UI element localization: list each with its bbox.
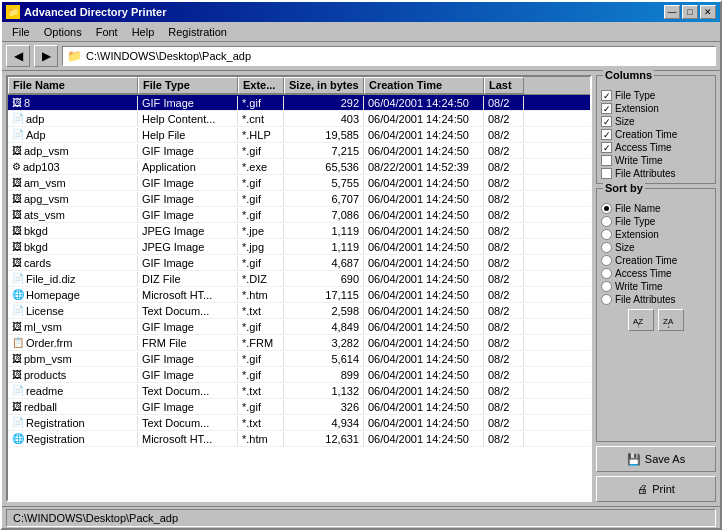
- column-checkbox[interactable]: ✓: [601, 129, 612, 140]
- file-size: 690: [284, 272, 364, 286]
- sort-radio[interactable]: [601, 229, 612, 240]
- column-checkbox[interactable]: ✓: [601, 142, 612, 153]
- file-size: 2,598: [284, 304, 364, 318]
- file-size: 292: [284, 96, 364, 110]
- table-row[interactable]: 🖼 apg_vsm GIF Image *.gif 6,707 06/04/20…: [8, 191, 590, 207]
- col-lastaccess[interactable]: Last: [484, 77, 524, 94]
- col-filename[interactable]: File Name: [8, 77, 138, 94]
- table-row[interactable]: 🖼 pbm_vsm GIF Image *.gif 5,614 06/04/20…: [8, 351, 590, 367]
- column-checkbox-row[interactable]: ✓ Creation Time: [601, 129, 711, 140]
- close-button[interactable]: ✕: [700, 5, 716, 19]
- col-creation[interactable]: Creation Time: [364, 77, 484, 94]
- sort-radio[interactable]: [601, 242, 612, 253]
- table-row[interactable]: 🖼 ats_vsm GIF Image *.gif 7,086 06/04/20…: [8, 207, 590, 223]
- file-list-header: File Name File Type Exte... Size, in byt…: [8, 77, 590, 95]
- sort-radio[interactable]: [601, 294, 612, 305]
- file-type: GIF Image: [138, 256, 238, 270]
- sort-radio-row[interactable]: Write Time: [601, 281, 711, 292]
- sort-radio[interactable]: [601, 203, 612, 214]
- table-row[interactable]: 📄 Adp Help File *.HLP 19,585 06/04/2001 …: [8, 127, 590, 143]
- minimize-button[interactable]: —: [664, 5, 680, 19]
- table-row[interactable]: 📄 License Text Docum... *.txt 2,598 06/0…: [8, 303, 590, 319]
- table-row[interactable]: 🌐 Registration Microsoft HT... *.htm 12,…: [8, 431, 590, 447]
- column-checkbox[interactable]: ✓: [601, 90, 612, 101]
- table-row[interactable]: ⚙ adp103 Application *.exe 65,536 08/22/…: [8, 159, 590, 175]
- app-icon: 📁: [6, 5, 20, 19]
- file-size: 6,707: [284, 192, 364, 206]
- column-checkbox[interactable]: ✓: [601, 103, 612, 114]
- column-checkbox-row[interactable]: File Attributes: [601, 168, 711, 179]
- file-last: 08/2: [484, 352, 524, 366]
- back-button[interactable]: ◀: [6, 45, 30, 67]
- file-ext: *.gif: [238, 144, 284, 158]
- save-as-button[interactable]: 💾 Save As: [596, 446, 716, 472]
- sort-radio[interactable]: [601, 216, 612, 227]
- column-checkbox[interactable]: ✓: [601, 116, 612, 127]
- title-bar: 📁 Advanced Directory Printer — □ ✕: [2, 2, 720, 22]
- menu-registration[interactable]: Registration: [162, 24, 233, 40]
- sort-asc-button[interactable]: AZ↑: [628, 309, 654, 331]
- column-checkbox-row[interactable]: ✓ Access Time: [601, 142, 711, 153]
- menu-help[interactable]: Help: [126, 24, 161, 40]
- menu-file[interactable]: File: [6, 24, 36, 40]
- file-size: 17,115: [284, 288, 364, 302]
- file-name: 8: [24, 97, 30, 109]
- col-extension[interactable]: Exte...: [238, 77, 284, 94]
- file-last: 08/2: [484, 176, 524, 190]
- table-row[interactable]: 📄 Registration Text Docum... *.txt 4,934…: [8, 415, 590, 431]
- sort-radio-label: File Name: [615, 203, 661, 214]
- svg-text:↑: ↑: [637, 322, 641, 329]
- table-row[interactable]: 🖼 am_vsm GIF Image *.gif 5,755 06/04/200…: [8, 175, 590, 191]
- file-created: 06/04/2001 14:24:50: [364, 96, 484, 110]
- table-row[interactable]: 📄 adp Help Content... *.cnt 403 06/04/20…: [8, 111, 590, 127]
- file-size: 403: [284, 112, 364, 126]
- file-list-body[interactable]: 🖼 8 GIF Image *.gif 292 06/04/2001 14:24…: [8, 95, 590, 500]
- forward-button[interactable]: ▶: [34, 45, 58, 67]
- sort-radio-row[interactable]: Creation Time: [601, 255, 711, 266]
- file-size: 19,585: [284, 128, 364, 142]
- sort-radio[interactable]: [601, 281, 612, 292]
- file-type: Text Docum...: [138, 416, 238, 430]
- sort-radio-row[interactable]: File Attributes: [601, 294, 711, 305]
- column-checkbox-row[interactable]: ✓ Extension: [601, 103, 711, 114]
- table-row[interactable]: 🖼 adp_vsm GIF Image *.gif 7,215 06/04/20…: [8, 143, 590, 159]
- column-checkbox-row[interactable]: ✓ File Type: [601, 90, 711, 101]
- table-row[interactable]: 🌐 Homepage Microsoft HT... *.htm 17,115 …: [8, 287, 590, 303]
- table-row[interactable]: 🖼 bkgd JPEG Image *.jpg 1,119 06/04/2001…: [8, 239, 590, 255]
- table-row[interactable]: 🖼 8 GIF Image *.gif 292 06/04/2001 14:24…: [8, 95, 590, 111]
- col-filetype[interactable]: File Type: [138, 77, 238, 94]
- col-size[interactable]: Size, in bytes: [284, 77, 364, 94]
- column-checkbox-row[interactable]: Write Time: [601, 155, 711, 166]
- print-button[interactable]: 🖨 Print: [596, 476, 716, 502]
- column-checkbox-row[interactable]: ✓ Size: [601, 116, 711, 127]
- sort-radio[interactable]: [601, 255, 612, 266]
- sort-radio-row[interactable]: Access Time: [601, 268, 711, 279]
- column-checkbox[interactable]: [601, 155, 612, 166]
- sort-radio[interactable]: [601, 268, 612, 279]
- file-size: 1,119: [284, 240, 364, 254]
- file-last: 08/2: [484, 432, 524, 446]
- file-ext: *.gif: [238, 352, 284, 366]
- sort-radio-row[interactable]: File Name: [601, 203, 711, 214]
- table-row[interactable]: 🖼 bkgd JPEG Image *.jpe 1,119 06/04/2001…: [8, 223, 590, 239]
- file-size: 1,132: [284, 384, 364, 398]
- sort-radio-row[interactable]: File Type: [601, 216, 711, 227]
- maximize-button[interactable]: □: [682, 5, 698, 19]
- sort-desc-button[interactable]: ZA↓: [658, 309, 684, 331]
- table-row[interactable]: 🖼 ml_vsm GIF Image *.gif 4,849 06/04/200…: [8, 319, 590, 335]
- table-row[interactable]: 🖼 cards GIF Image *.gif 4,687 06/04/2001…: [8, 255, 590, 271]
- file-name: Registration: [26, 433, 85, 445]
- table-row[interactable]: 📋 Order.frm FRM File *.FRM 3,282 06/04/2…: [8, 335, 590, 351]
- menu-options[interactable]: Options: [38, 24, 88, 40]
- sort-radio-row[interactable]: Extension: [601, 229, 711, 240]
- table-row[interactable]: 🖼 redball GIF Image *.gif 326 06/04/2001…: [8, 399, 590, 415]
- table-row[interactable]: 🖼 products GIF Image *.gif 899 06/04/200…: [8, 367, 590, 383]
- menu-font[interactable]: Font: [90, 24, 124, 40]
- table-row[interactable]: 📄 readme Text Docum... *.txt 1,132 06/04…: [8, 383, 590, 399]
- column-checkbox[interactable]: [601, 168, 612, 179]
- table-row[interactable]: 📄 File_id.diz DIZ File *.DIZ 690 06/04/2…: [8, 271, 590, 287]
- column-checkbox-label: File Attributes: [615, 168, 676, 179]
- file-created: 06/04/2001 14:24:50: [364, 336, 484, 350]
- sort-radio-row[interactable]: Size: [601, 242, 711, 253]
- file-name: bkgd: [24, 225, 48, 237]
